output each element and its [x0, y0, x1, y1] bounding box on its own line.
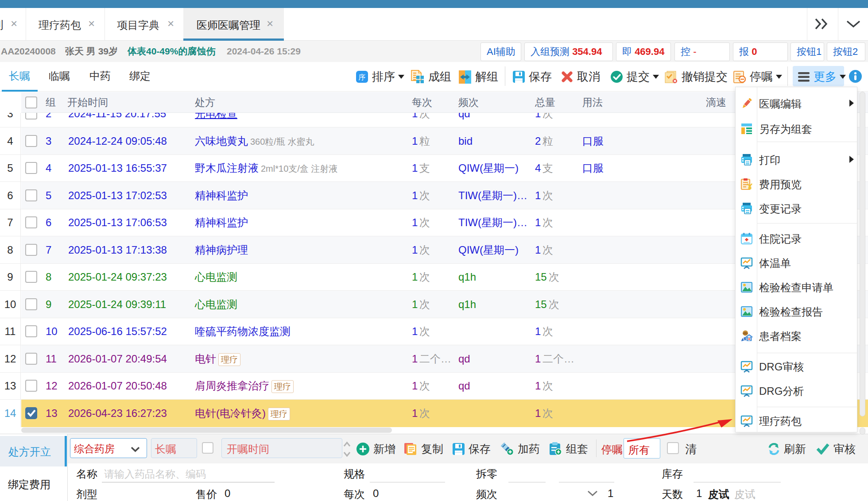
svg-text:序: 序 — [359, 73, 366, 81]
